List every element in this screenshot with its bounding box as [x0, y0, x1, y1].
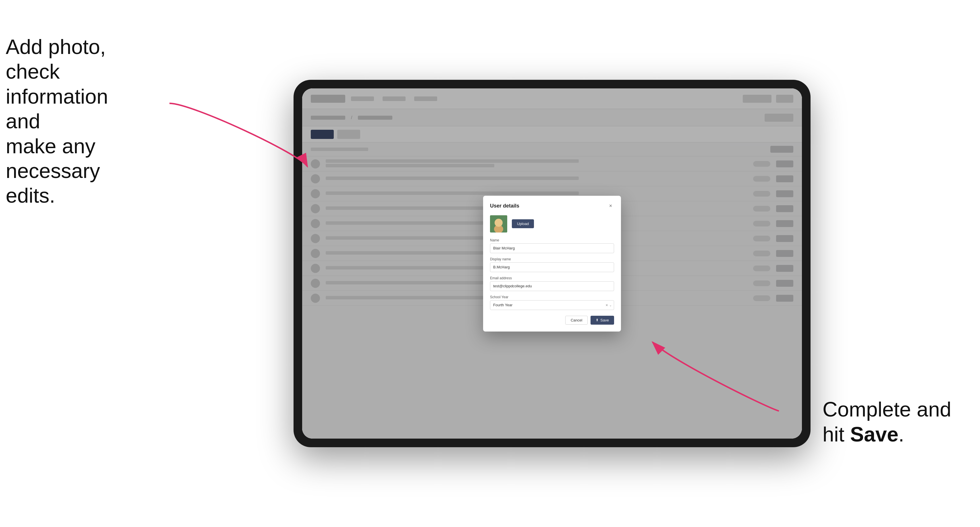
name-field-group: Name	[490, 238, 614, 253]
photo-section: Upload	[490, 215, 614, 232]
school-year-field-group: School Year First Year Second Year Third…	[490, 295, 614, 310]
display-name-label: Display name	[490, 257, 614, 261]
email-field-group: Email address	[490, 276, 614, 291]
modal-title: User details	[490, 203, 519, 209]
annotation-right: Complete and hit Save.	[822, 397, 951, 447]
school-year-wrapper: First Year Second Year Third Year Fourth…	[490, 300, 614, 310]
save-button[interactable]: ⬆ Save	[590, 316, 614, 325]
photo-thumbnail	[490, 215, 507, 232]
profile-photo	[490, 215, 507, 232]
display-name-input[interactable]	[490, 262, 614, 272]
cancel-button[interactable]: Cancel	[565, 316, 588, 325]
save-label: Save	[600, 318, 609, 322]
upload-button[interactable]: Upload	[512, 219, 534, 228]
save-icon: ⬆	[596, 318, 598, 322]
user-details-dialog: User details ×	[483, 196, 621, 332]
annotation-left: Add photo, check information and make an…	[6, 35, 143, 208]
school-year-select[interactable]: First Year Second Year Third Year Fourth…	[490, 300, 614, 310]
arrow-right	[647, 337, 785, 418]
svg-point-3	[496, 219, 501, 224]
annotation-line4: necessary edits.	[6, 159, 100, 207]
arrow-left	[164, 98, 313, 179]
annotation-line1: Add photo, check	[6, 35, 106, 83]
email-label: Email address	[490, 276, 614, 280]
school-year-label: School Year	[490, 295, 614, 299]
close-button[interactable]: ×	[607, 203, 614, 210]
modal-header: User details ×	[490, 203, 614, 210]
annotation-right-line2-prefix: hit	[822, 423, 850, 446]
annotation-line2: information and	[6, 85, 108, 133]
display-name-field-group: Display name	[490, 257, 614, 272]
annotation-right-bold: Save	[850, 423, 899, 446]
modal-footer: Cancel ⬆ Save	[490, 316, 614, 325]
annotation-line3: make any	[6, 135, 95, 157]
annotation-right-suffix: .	[899, 423, 904, 446]
name-label: Name	[490, 238, 614, 242]
annotation-right-line1: Complete and	[822, 398, 951, 421]
name-input[interactable]	[490, 243, 614, 253]
email-input[interactable]	[490, 281, 614, 291]
